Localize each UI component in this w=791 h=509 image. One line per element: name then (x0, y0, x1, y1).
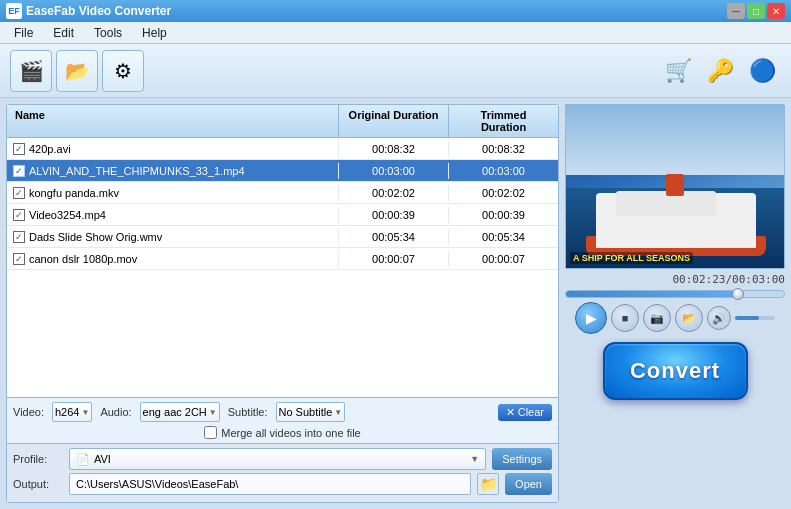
ship-stack (666, 174, 684, 196)
merge-checkbox[interactable] (204, 426, 217, 439)
checkbox-1[interactable] (13, 143, 25, 155)
subtitle-select-arrow: ▼ (334, 408, 342, 417)
row-orig-1: 00:08:32 (338, 141, 448, 157)
subtitle-select[interactable]: No Subtitle ▼ (276, 402, 346, 422)
titlebar: EF EaseFab Video Converter ─ □ ✕ (0, 0, 791, 22)
row-trim-4: 00:00:39 (448, 207, 558, 223)
preview-overlay-text: A SHIP FOR ALL SEASONS (570, 252, 693, 264)
key-button[interactable]: 🔑 (701, 52, 739, 90)
audio-label: Audio: (100, 406, 131, 418)
table-row[interactable]: canon dslr 1080p.mov 00:00:07 00:00:07 (7, 248, 558, 270)
checkbox-4[interactable] (13, 209, 25, 221)
row-trim-3: 00:02:02 (448, 185, 558, 201)
maximize-button[interactable]: □ (747, 3, 765, 19)
output-row: Output: C:\Users\ASUS\Videos\EaseFab\ 📁 … (13, 473, 552, 495)
merge-label: Merge all videos into one file (221, 427, 360, 439)
snapshot-button[interactable]: 📷 (643, 304, 671, 332)
audio-select-arrow: ▼ (209, 408, 217, 417)
menu-tools[interactable]: Tools (84, 24, 132, 42)
output-path: C:\Users\ASUS\Videos\EaseFab\ (69, 473, 471, 495)
add-folder-button[interactable]: 📂 (56, 50, 98, 92)
volume-fill (735, 316, 759, 320)
main-content: Name Original Duration Trimmed Duration … (0, 98, 791, 509)
app-icon: EF (6, 3, 22, 19)
table-row[interactable]: ALVIN_AND_THE_CHIPMUNKS_33_1.mp4 00:03:0… (7, 160, 558, 182)
bottom-controls: Video: h264 ▼ Audio: eng aac 2CH ▼ Subti… (7, 397, 558, 443)
row-name-6: canon dslr 1080p.mov (7, 251, 338, 267)
time-display: 00:02:23/00:03:00 (565, 273, 785, 286)
profile-select[interactable]: 📄 AVI ▼ (69, 448, 486, 470)
subtitle-label: Subtitle: (228, 406, 268, 418)
row-name-1: 420p.avi (7, 141, 338, 157)
output-label: Output: (13, 478, 63, 490)
merge-row: Merge all videos into one file (13, 426, 552, 439)
row-name-5: Dads Slide Show Orig.wmv (7, 229, 338, 245)
checkbox-2[interactable] (13, 165, 25, 177)
window-controls: ─ □ ✕ (727, 3, 785, 19)
table-row[interactable]: kongfu panda.mkv 00:02:02 00:02:02 (7, 182, 558, 204)
preview-panel: A SHIP FOR ALL SEASONS 00:02:23/00:03:00… (565, 104, 785, 503)
app-title: EaseFab Video Converter (26, 4, 171, 18)
open-file-button[interactable]: 📂 (675, 304, 703, 332)
media-controls-row: Video: h264 ▼ Audio: eng aac 2CH ▼ Subti… (13, 402, 552, 422)
row-trim-6: 00:00:07 (448, 251, 558, 267)
video-preview: A SHIP FOR ALL SEASONS (565, 104, 785, 269)
add-video-button[interactable]: 🎬 (10, 50, 52, 92)
table-header: Name Original Duration Trimmed Duration (7, 105, 558, 138)
checkbox-3[interactable] (13, 187, 25, 199)
menubar: File Edit Tools Help (0, 22, 791, 44)
close-button[interactable]: ✕ (767, 3, 785, 19)
clear-button[interactable]: ✕ Clear (498, 404, 552, 421)
progress-bar-container[interactable] (565, 290, 785, 298)
video-select[interactable]: h264 ▼ (52, 402, 92, 422)
profile-select-arrow: ▼ (470, 454, 479, 464)
row-orig-3: 00:02:02 (338, 185, 448, 201)
volume-button[interactable]: 🔊 (707, 306, 731, 330)
volume-slider[interactable] (735, 316, 775, 320)
profile-icon: 📄 (76, 453, 90, 466)
header-name: Name (7, 105, 338, 137)
menu-help[interactable]: Help (132, 24, 177, 42)
profile-label: Profile: (13, 453, 63, 465)
settings-profile-button[interactable]: Settings (492, 448, 552, 470)
row-trim-2: 00:03:00 (448, 163, 558, 179)
settings-button[interactable]: ⚙ (102, 50, 144, 92)
minimize-button[interactable]: ─ (727, 3, 745, 19)
table-row[interactable]: Video3254.mp4 00:00:39 00:00:39 (7, 204, 558, 226)
browse-folder-button[interactable]: 📁 (477, 473, 499, 495)
toolbar: 🎬 📂 ⚙ 🛒 🔑 🔵 (0, 44, 791, 98)
help-button[interactable]: 🔵 (743, 52, 781, 90)
progress-thumb[interactable] (732, 288, 744, 300)
shop-button[interactable]: 🛒 (659, 52, 697, 90)
sky (566, 105, 784, 175)
table-row[interactable]: 420p.avi 00:08:32 00:08:32 (7, 138, 558, 160)
row-orig-6: 00:00:07 (338, 251, 448, 267)
playback-controls: ▶ ■ 📷 📂 🔊 (565, 302, 785, 334)
play-button[interactable]: ▶ (575, 302, 607, 334)
file-panel: Name Original Duration Trimmed Duration … (6, 104, 559, 503)
convert-button[interactable]: Convert (603, 342, 748, 400)
checkbox-5[interactable] (13, 231, 25, 243)
preview-image: A SHIP FOR ALL SEASONS (566, 105, 784, 268)
profile-section: Profile: 📄 AVI ▼ Settings Output: C:\Use… (7, 443, 558, 502)
open-output-button[interactable]: Open (505, 473, 552, 495)
row-orig-5: 00:05:34 (338, 229, 448, 245)
toolbar-right: 🛒 🔑 🔵 (659, 52, 781, 90)
video-label: Video: (13, 406, 44, 418)
row-orig-2: 00:03:00 (338, 163, 448, 179)
header-original: Original Duration (338, 105, 448, 137)
row-trim-5: 00:05:34 (448, 229, 558, 245)
menu-edit[interactable]: Edit (43, 24, 84, 42)
clear-icon: ✕ (506, 406, 515, 419)
stop-button[interactable]: ■ (611, 304, 639, 332)
video-select-arrow: ▼ (81, 408, 89, 417)
row-trim-1: 00:08:32 (448, 141, 558, 157)
audio-select[interactable]: eng aac 2CH ▼ (140, 402, 220, 422)
checkbox-6[interactable] (13, 253, 25, 265)
table-row[interactable]: Dads Slide Show Orig.wmv 00:05:34 00:05:… (7, 226, 558, 248)
row-name-3: kongfu panda.mkv (7, 185, 338, 201)
profile-row: Profile: 📄 AVI ▼ Settings (13, 448, 552, 470)
row-name-4: Video3254.mp4 (7, 207, 338, 223)
menu-file[interactable]: File (4, 24, 43, 42)
progress-fill (566, 291, 738, 297)
